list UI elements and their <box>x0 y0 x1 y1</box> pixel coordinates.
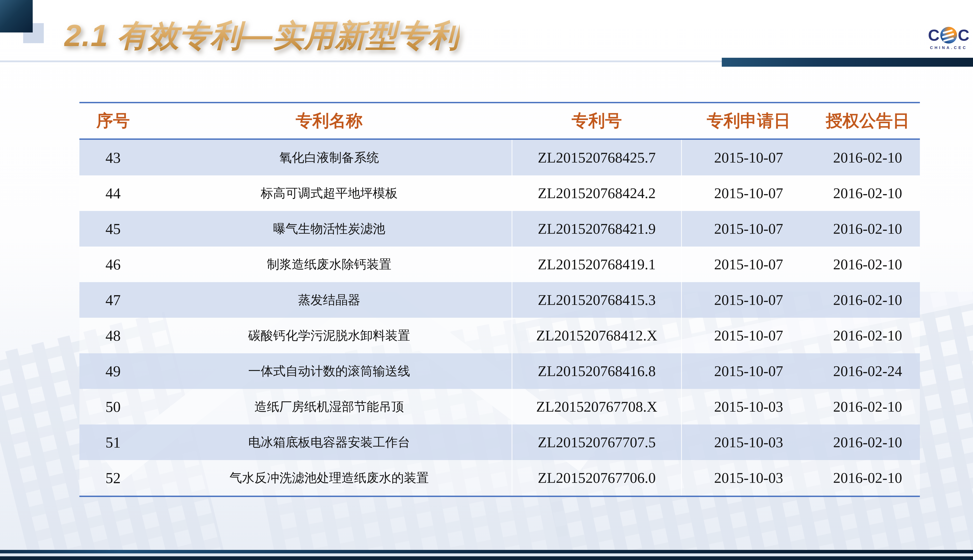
cell-index: 43 <box>79 140 147 175</box>
cell-grant-date: 2016-02-10 <box>815 211 920 247</box>
cell-patent-name: 制浆造纸废水除钙装置 <box>147 247 512 282</box>
header-cell-index: 序号 <box>79 103 147 138</box>
cell-grant-date: 2016-02-10 <box>815 140 920 175</box>
table-header-bottom-border <box>79 138 920 140</box>
cell-index: 48 <box>79 318 147 353</box>
cell-application-date: 2015-10-07 <box>682 318 815 353</box>
cell-application-date: 2015-10-07 <box>682 282 815 318</box>
cell-application-date: 2015-10-07 <box>682 211 815 247</box>
cell-grant-date: 2016-02-10 <box>815 460 920 496</box>
cec-logo-letter-left: C <box>928 27 940 43</box>
table-row: 46 制浆造纸废水除钙装置 ZL201520768419.1 2015-10-0… <box>79 247 920 282</box>
cell-grant-date: 2016-02-10 <box>815 282 920 318</box>
cell-application-date: 2015-10-07 <box>682 247 815 282</box>
cell-grant-date: 2016-02-24 <box>815 353 920 389</box>
cell-patent-number: ZL201520768415.3 <box>512 282 682 318</box>
cell-patent-number: ZL201520768419.1 <box>512 247 682 282</box>
header-cell-patent-name: 专利名称 <box>147 103 512 138</box>
header-cell-grant-date: 授权公告日 <box>815 103 920 138</box>
cell-application-date: 2015-10-07 <box>682 175 815 211</box>
table-row: 49 一体式自动计数的滚筒输送线 ZL201520768416.8 2015-1… <box>79 353 920 389</box>
cell-grant-date: 2016-02-10 <box>815 389 920 425</box>
cell-patent-name: 标高可调式超平地坪模板 <box>147 175 512 211</box>
cell-patent-name: 一体式自动计数的滚筒输送线 <box>147 353 512 389</box>
cell-patent-number: ZL201520768412.X <box>512 318 682 353</box>
cell-patent-name: 氧化白液制备系统 <box>147 140 512 175</box>
cell-application-date: 2015-10-03 <box>682 425 815 460</box>
corner-navy-block <box>0 0 33 32</box>
header-cell-patent-number: 专利号 <box>512 103 682 138</box>
header-cell-application-date: 专利申请日 <box>682 103 815 138</box>
table-row: 43 氧化白液制备系统 ZL201520768425.7 2015-10-07 … <box>79 140 920 175</box>
cell-index: 46 <box>79 247 147 282</box>
cell-grant-date: 2016-02-10 <box>815 425 920 460</box>
patent-table: 序号 专利名称 专利号 专利申请日 授权公告日 43 氧化白液制备系统 ZL20… <box>79 102 920 497</box>
cell-grant-date: 2016-02-10 <box>815 247 920 282</box>
cec-logo-letters: C C <box>928 27 969 43</box>
slide: 2.1 有效专利—实用新型专利 C C CHINA.CEC 序号 专利名称 专利… <box>0 0 973 560</box>
page-title: 2.1 有效专利—实用新型专利 <box>64 18 460 53</box>
cell-patent-number: ZL201520767706.0 <box>512 460 682 496</box>
cec-logo-letter-right: C <box>958 27 969 43</box>
top-right-navy-bar <box>722 58 973 67</box>
table-row: 48 碳酸钙化学污泥脱水卸料装置 ZL201520768412.X 2015-1… <box>79 318 920 353</box>
cell-patent-name: 曝气生物活性炭滤池 <box>147 211 512 247</box>
footer-navy-bar <box>0 556 973 560</box>
cell-index: 49 <box>79 353 147 389</box>
table-row: 44 标高可调式超平地坪模板 ZL201520768424.2 2015-10-… <box>79 175 920 211</box>
table-row: 51 电冰箱底板电容器安装工作台 ZL201520767707.5 2015-1… <box>79 425 920 460</box>
table-bottom-border <box>79 496 920 497</box>
table-row: 50 造纸厂房纸机湿部节能吊顶 ZL201520767708.X 2015-10… <box>79 389 920 425</box>
cell-patent-name: 电冰箱底板电容器安装工作台 <box>147 425 512 460</box>
cell-application-date: 2015-10-03 <box>682 389 815 425</box>
cell-index: 50 <box>79 389 147 425</box>
cell-patent-number: ZL201520768424.2 <box>512 175 682 211</box>
cell-index: 44 <box>79 175 147 211</box>
footer-gradient-bar <box>0 550 973 553</box>
table-row: 52 气水反冲洗滤池处理造纸废水的装置 ZL201520767706.0 201… <box>79 460 920 496</box>
cec-logo: C C CHINA.CEC <box>928 27 969 50</box>
cell-patent-name: 气水反冲洗滤池处理造纸废水的装置 <box>147 460 512 496</box>
cec-globe-icon <box>940 27 957 43</box>
cell-patent-number: ZL201520768425.7 <box>512 140 682 175</box>
table-row: 45 曝气生物活性炭滤池 ZL201520768421.9 2015-10-07… <box>79 211 920 247</box>
cell-patent-name: 碳酸钙化学污泥脱水卸料装置 <box>147 318 512 353</box>
cell-application-date: 2015-10-07 <box>682 353 815 389</box>
cell-index: 52 <box>79 460 147 496</box>
footer-light-band <box>0 553 973 556</box>
cell-patent-number: ZL201520767708.X <box>512 389 682 425</box>
cell-index: 51 <box>79 425 147 460</box>
cell-patent-number: ZL201520767707.5 <box>512 425 682 460</box>
table-top-border <box>79 102 920 103</box>
cell-patent-name: 造纸厂房纸机湿部节能吊顶 <box>147 389 512 425</box>
table-header-row: 序号 专利名称 专利号 专利申请日 授权公告日 <box>79 103 920 138</box>
cell-grant-date: 2016-02-10 <box>815 318 920 353</box>
cell-grant-date: 2016-02-10 <box>815 175 920 211</box>
cell-index: 47 <box>79 282 147 318</box>
cell-application-date: 2015-10-07 <box>682 140 815 175</box>
cec-logo-caption: CHINA.CEC <box>930 45 967 50</box>
cell-application-date: 2015-10-03 <box>682 460 815 496</box>
cell-patent-name: 蒸发结晶器 <box>147 282 512 318</box>
cell-index: 45 <box>79 211 147 247</box>
cell-patent-number: ZL201520768421.9 <box>512 211 682 247</box>
title-divider-line <box>0 60 722 62</box>
table-row: 47 蒸发结晶器 ZL201520768415.3 2015-10-07 201… <box>79 282 920 318</box>
cell-patent-number: ZL201520768416.8 <box>512 353 682 389</box>
